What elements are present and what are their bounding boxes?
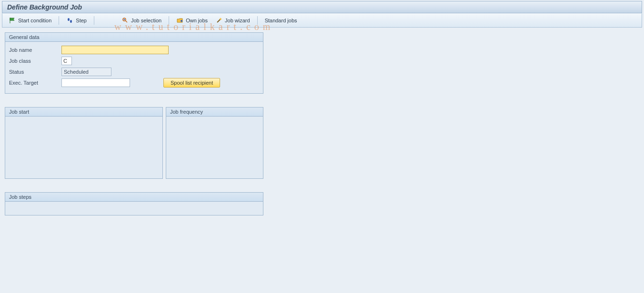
job-wizard-button[interactable]: Job wizard — [212, 15, 253, 26]
exec-target-label: Exec. Target — [9, 80, 61, 86]
job-class-input[interactable] — [61, 57, 72, 65]
job-frequency-panel: Job frequency — [166, 107, 263, 179]
job-wizard-label: Job wizard — [225, 18, 250, 23]
standard-jobs-label: Standard jobs — [265, 18, 297, 23]
step-button[interactable]: Step — [63, 15, 90, 26]
step-label: Step — [76, 18, 87, 23]
status-field — [61, 68, 111, 76]
svg-line-6 — [217, 19, 221, 22]
exec-target-input[interactable] — [61, 78, 130, 87]
start-condition-button[interactable]: Start condition — [5, 15, 55, 26]
own-jobs-label: Own jobs — [186, 18, 208, 23]
svg-point-0 — [68, 18, 70, 21]
separator — [169, 16, 169, 25]
job-selection-label: Job selection — [131, 18, 161, 23]
status-label: Status — [9, 69, 61, 75]
svg-point-5 — [181, 20, 182, 22]
separator — [59, 16, 59, 25]
flag-icon — [9, 17, 16, 24]
svg-line-4 — [125, 21, 127, 23]
spool-recipient-button[interactable]: Spool list recipient — [163, 78, 220, 88]
job-name-label: Job name — [9, 47, 61, 53]
job-start-title: Job start — [5, 107, 162, 117]
svg-point-3 — [124, 19, 125, 20]
general-data-group: General data Job name Job class Status E… — [5, 32, 263, 94]
separator — [94, 16, 94, 25]
window-title-bar: Define Background Job — [2, 1, 642, 13]
standard-jobs-button[interactable]: Standard jobs — [262, 15, 301, 26]
job-steps-panel: Job steps — [5, 192, 263, 215]
page-title: Define Background Job — [7, 3, 82, 11]
job-name-input[interactable] — [61, 46, 169, 54]
start-condition-label: Start condition — [18, 18, 51, 23]
content-area: General data Job name Job class Status E… — [0, 29, 644, 232]
folder-person-icon — [176, 17, 184, 24]
application-toolbar: Start condition Step Job selection Own j… — [2, 13, 642, 28]
svg-point-1 — [70, 20, 72, 23]
own-jobs-button[interactable]: Own jobs — [173, 15, 211, 26]
job-selection-button[interactable]: Job selection — [118, 15, 165, 26]
job-frequency-title: Job frequency — [166, 107, 263, 117]
job-start-panel: Job start — [5, 107, 163, 179]
job-steps-title: Job steps — [5, 193, 263, 202]
separator — [257, 16, 258, 25]
footsteps-icon — [66, 17, 74, 24]
general-data-title: General data — [5, 33, 263, 42]
job-class-label: Job class — [9, 58, 61, 64]
person-search-icon — [121, 17, 129, 24]
wand-icon — [215, 17, 223, 24]
